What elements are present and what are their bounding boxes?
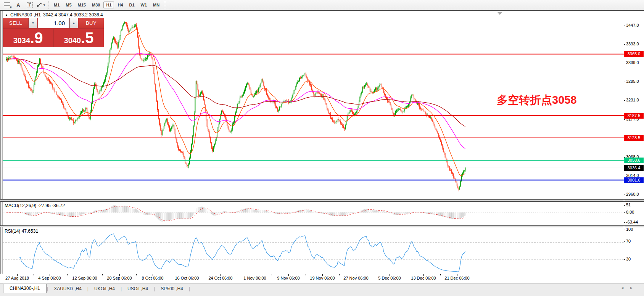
price-tick-label: 3393.0 xyxy=(626,42,639,46)
macd-axis-label: -63.44 xyxy=(626,220,638,224)
date-tick xyxy=(390,274,390,276)
date-label: 16 Oct 06:00 xyxy=(175,276,199,280)
chart-tab-3[interactable]: UKOil-,H4 xyxy=(89,285,120,293)
date-tick-minor xyxy=(170,274,170,275)
date-tick-minor xyxy=(204,274,204,275)
toolbar-separator xyxy=(48,1,48,9)
chevron-down-icon[interactable]: ▼ xyxy=(43,3,46,7)
date-tick xyxy=(187,274,187,276)
macd-canvas[interactable] xyxy=(3,202,624,225)
date-tick xyxy=(119,274,120,276)
date-axis: 27 Aug 20184 Sep 06:0012 Sep 06:0020 Sep… xyxy=(0,274,644,283)
timeframe-button-m15[interactable]: M15 xyxy=(75,2,89,8)
chart-ohlc-values: 3042.4 3047.4 3033.2 3036.4 xyxy=(43,12,103,18)
mt4-terminal: F A T ▼ M1M5M15M30H1H4D1W1MN MACD(12,26,… xyxy=(0,0,644,296)
price-level-label: 3365.0 xyxy=(624,51,644,57)
arrows-glyph xyxy=(37,2,42,8)
buy-button[interactable]: BUY xyxy=(79,18,104,28)
date-tick-minor xyxy=(440,274,441,275)
date-label: 24 Oct 06:00 xyxy=(209,276,233,280)
date-tick xyxy=(221,274,221,276)
timeframe-button-w1[interactable]: W1 xyxy=(138,2,150,8)
volume-increase-button[interactable]: ▲ xyxy=(69,18,78,28)
rsi-canvas[interactable] xyxy=(3,227,624,274)
window-left-frame xyxy=(0,11,3,283)
timeframe-button-d1[interactable]: D1 xyxy=(127,2,137,8)
date-tick-minor xyxy=(238,274,238,275)
price-tick-label: 3285.0 xyxy=(626,79,639,84)
collapse-arrow-icon[interactable]: ▲ xyxy=(5,13,8,17)
arrows-tool-icon[interactable]: ▼ xyxy=(37,1,46,9)
macd-axis-tick xyxy=(624,222,625,223)
price-tick xyxy=(624,82,625,82)
timeframe-button-mn[interactable]: MN xyxy=(150,2,162,8)
date-label: 9 Nov 06:00 xyxy=(277,276,299,280)
date-label: 20 Sep 06:00 xyxy=(107,276,132,280)
timeframe-group: M1M5M15M30H1H4D1W1MN xyxy=(51,2,163,8)
chart-tab-4[interactable]: USOil-,H4 xyxy=(122,285,153,293)
chart-tab-1[interactable]: CHINA300-,H1 xyxy=(3,284,47,293)
date-tick xyxy=(322,274,323,276)
date-tick-minor xyxy=(272,274,272,275)
sell-price-frac: .9 xyxy=(30,29,43,46)
buy-price-int: 3040 xyxy=(64,36,81,45)
chart-shift-marker-icon[interactable] xyxy=(497,12,502,15)
price-level-label: 3187.5 xyxy=(624,113,644,119)
date-tick-minor xyxy=(102,274,103,275)
text-box-icon[interactable]: T xyxy=(25,1,34,9)
buy-price-display[interactable]: 3040.5 xyxy=(54,29,104,47)
volume-decrease-button[interactable]: ▼ xyxy=(29,18,37,28)
date-label: 27 Nov 06:00 xyxy=(343,276,368,280)
date-tick xyxy=(85,274,85,276)
price-tick xyxy=(624,176,625,176)
macd-axis-tick xyxy=(624,212,625,213)
tab-scroll-arrows[interactable]: ◄► xyxy=(620,286,639,290)
date-label: 1 Nov 06:00 xyxy=(243,276,266,280)
tab-scroll-right-icon[interactable]: ► xyxy=(630,286,639,290)
date-label: 5 Dec 06:00 xyxy=(378,276,401,280)
sell-price-display[interactable]: 3034.9 xyxy=(3,29,53,47)
rsi-axis-tick xyxy=(624,259,625,260)
date-tick xyxy=(17,274,18,276)
price-tick xyxy=(624,26,625,26)
macd-axis-label: 0.00 xyxy=(626,210,634,214)
date-label: 8 Oct 06:00 xyxy=(142,276,164,280)
chart-text-annotation[interactable]: 多空转折点3058 xyxy=(497,93,577,108)
date-tick-minor xyxy=(136,274,137,275)
date-tick xyxy=(50,274,50,276)
sell-button[interactable]: SELL xyxy=(3,18,28,28)
timeframe-button-m30[interactable]: M30 xyxy=(89,2,103,8)
price-tick-label: 3231.0 xyxy=(626,98,639,102)
timeframe-button-h4[interactable]: H4 xyxy=(115,2,126,8)
status-strip xyxy=(0,293,644,296)
price-tick-label: 3339.0 xyxy=(626,60,639,65)
rsi-axis-label: 70 xyxy=(626,239,631,243)
price-tick-label: 3447.0 xyxy=(626,23,639,27)
chart-header: ▲ CHINA300-,H1 3042.4 3047.4 3033.2 3036… xyxy=(5,12,103,18)
date-tick xyxy=(153,274,153,276)
date-tick xyxy=(356,274,356,276)
timeframe-button-m5[interactable]: M5 xyxy=(63,2,74,8)
rsi-label: RSI(14) 47.6531 xyxy=(5,228,38,234)
chart-tab-5[interactable]: SP500-,H4 xyxy=(155,285,188,293)
price-tick xyxy=(624,100,625,101)
date-tick-minor xyxy=(339,274,340,275)
date-label: 21 Dec 06:00 xyxy=(444,276,469,280)
date-tick xyxy=(288,274,289,276)
date-label: 12 Sep 06:00 xyxy=(72,276,97,280)
date-tick-minor xyxy=(407,274,407,275)
price-level-label: 3123.5 xyxy=(624,135,644,141)
price-tick-label: 2960.0 xyxy=(626,192,639,196)
chart-tab-2[interactable]: XAUUSD-,H4 xyxy=(48,285,87,293)
timeframe-button-m1[interactable]: M1 xyxy=(51,2,62,8)
text-label-icon[interactable]: A xyxy=(14,1,23,9)
date-label: 4 Sep 06:00 xyxy=(38,276,61,280)
tab-scroll-left-icon[interactable]: ◄ xyxy=(620,286,630,290)
date-tick-minor xyxy=(373,274,373,275)
timeframe-button-h1[interactable]: H1 xyxy=(103,2,114,8)
chart-symbol-title: CHINA300-,H1 xyxy=(10,12,41,18)
chart-grid-icon[interactable]: F xyxy=(2,1,11,9)
date-label: 19 Nov 06:00 xyxy=(310,276,335,280)
toolbar-separator xyxy=(165,1,165,9)
volume-input[interactable]: 1.00 xyxy=(38,18,69,28)
